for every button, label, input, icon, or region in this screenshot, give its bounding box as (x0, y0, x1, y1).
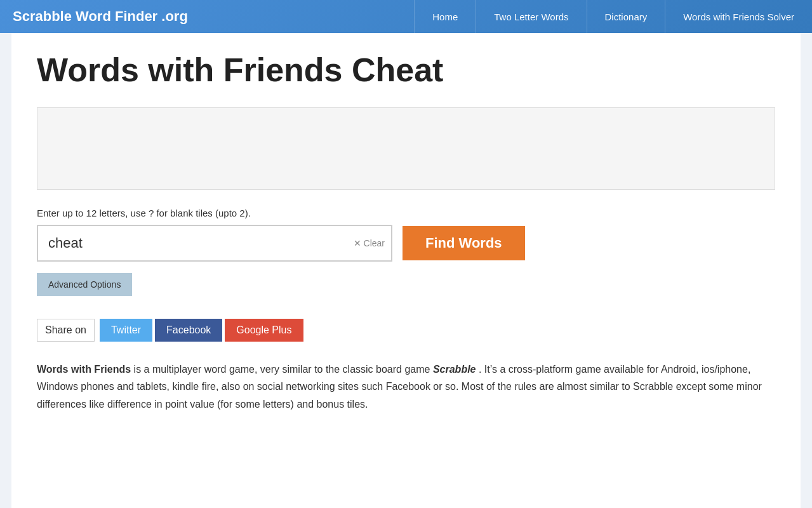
find-words-button[interactable]: Find Words (403, 226, 525, 260)
instruction-text: Enter up to 12 letters, use ? for blank … (37, 208, 775, 218)
logo-text: Scrabble Word Finder .org (13, 8, 188, 24)
share-twitter-button[interactable]: Twitter (100, 319, 152, 342)
share-facebook-button[interactable]: Facebook (155, 319, 222, 342)
nav-home[interactable]: Home (414, 0, 476, 33)
nav-dictionary[interactable]: Dictionary (587, 0, 665, 33)
share-label: Share on (37, 319, 95, 342)
nav-two-letter-words[interactable]: Two Letter Words (476, 0, 586, 33)
advanced-options-button[interactable]: Advanced Options (37, 273, 132, 296)
share-row: Share on Twitter Facebook Google Plus (37, 319, 775, 342)
nav-words-with-friends-solver[interactable]: Words with Friends Solver (665, 0, 812, 33)
share-googleplus-button[interactable]: Google Plus (225, 319, 303, 342)
search-row: ✕ Clear Find Words (37, 225, 775, 262)
header: Scrabble Word Finder .org Home Two Lette… (0, 0, 812, 33)
main-nav: Home Two Letter Words Dictionary Words w… (414, 0, 812, 33)
description-text-1: is a multiplayer word game, very similar… (134, 364, 433, 375)
ad-area (37, 107, 775, 190)
logo[interactable]: Scrabble Word Finder .org (0, 8, 201, 25)
clear-label: Clear (364, 238, 385, 248)
page-title: Words with Friends Cheat (37, 52, 775, 88)
letter-input[interactable] (37, 225, 392, 262)
description-bold-words-with-friends: Words with Friends (37, 364, 131, 375)
clear-button[interactable]: ✕ Clear (354, 238, 385, 248)
clear-x-icon: ✕ (354, 238, 361, 248)
input-wrapper: ✕ Clear (37, 225, 392, 262)
description-text: Words with Friends is a multiplayer word… (37, 361, 767, 413)
main-content: Words with Friends Cheat Enter up to 12 … (11, 33, 801, 508)
description-scrabble: Scrabble (433, 364, 476, 375)
